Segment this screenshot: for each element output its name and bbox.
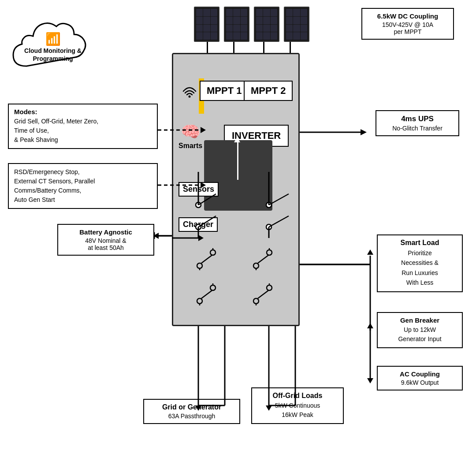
svg-line-16	[201, 290, 212, 298]
charger-label: Charger	[178, 217, 218, 232]
offgrid-title: Off-Grid Loads	[257, 392, 338, 400]
gen-breaker-box: Gen Breaker Up to 12kWGenerator Input	[377, 312, 463, 348]
solar-panel-1	[194, 7, 219, 42]
svg-point-20	[267, 285, 272, 290]
diagram-container: 📶 Cloud Monitoring & Programming 6.5kW D…	[0, 0, 476, 476]
sensors-label: Sensors	[178, 182, 219, 197]
mppt1-box: MPPT 1	[200, 81, 249, 101]
svg-point-5	[210, 250, 216, 255]
ac-coupling-box: AC Coupling 9.6kW Output	[377, 366, 463, 390]
solar-panel-3	[254, 7, 279, 42]
battery-title: Battery Agnostic	[63, 228, 148, 236]
switch-right-2	[252, 283, 274, 307]
svg-marker-49	[367, 378, 373, 383]
smarts-area: 🧠 Smarts	[178, 123, 202, 150]
mppt2-box: MPPT 2	[244, 81, 293, 101]
svg-point-15	[210, 285, 216, 290]
svg-marker-47	[367, 323, 373, 328]
modes-detail: Grid Sell, Off-Grid, Meter Zero,Time of …	[14, 117, 152, 145]
smart-load-title: Smart Load	[383, 239, 457, 247]
battery-detail: 48V Nominal &at least 50Ah	[63, 237, 148, 251]
solar-panels	[194, 7, 309, 42]
ups-detail: No-Glitch Transfer	[382, 125, 453, 132]
svg-line-6	[201, 255, 212, 263]
svg-line-21	[258, 290, 268, 298]
sensors-info-box: RSD/Emergenecy Stop,External CT Sensors,…	[8, 163, 158, 209]
battery-box: Battery Agnostic 48V Nominal &at least 5…	[57, 224, 154, 256]
ac-coupling-detail: 9.6kW Output	[383, 379, 457, 386]
svg-point-9	[253, 263, 259, 268]
svg-text:📶: 📶	[45, 32, 61, 46]
brain-icon: 🧠	[181, 123, 201, 141]
solar-panel-4	[284, 7, 309, 42]
grid-title: Grid or Generator	[149, 403, 234, 411]
grid-detail: 63A Passthrough	[149, 413, 234, 420]
svg-text:Cloud Monitoring &: Cloud Monitoring &	[24, 47, 82, 54]
dc-coupling-detail: 150V-425V @ 10Aper MPPT	[368, 21, 448, 35]
switch-left-2	[195, 283, 217, 307]
inverter-unit: MPPT 1 MPPT 2 INVERTER 🧠 Smarts Sensors …	[172, 53, 300, 326]
svg-point-4	[197, 263, 202, 268]
cloud-icon: 📶 Cloud Monitoring & Programming	[9, 9, 97, 79]
gen-breaker-detail: Up to 12kWGenerator Input	[383, 325, 457, 344]
modes-box: Modes: Grid Sell, Off-Grid, Meter Zero,T…	[8, 104, 158, 149]
ups-box: 4ms UPS No-Glitch Transfer	[376, 110, 459, 136]
smart-load-detail: PrioritizeNecessities &Run LuxuriesWith …	[383, 248, 457, 288]
gen-breaker-title: Gen Breaker	[383, 316, 457, 324]
modes-title: Modes:	[14, 108, 152, 115]
mppt2-label: MPPT 2	[251, 85, 286, 96]
svg-text:Programming: Programming	[33, 55, 73, 62]
switch-right-1	[252, 248, 274, 272]
svg-marker-45	[367, 249, 373, 255]
charger-area: Charger	[178, 217, 218, 232]
svg-point-19	[253, 298, 259, 304]
inverter-up-arrow	[237, 140, 238, 180]
svg-point-3	[189, 96, 191, 98]
offgrid-box: Off-Grid Loads 5kW Continuous16kW Peak	[251, 387, 344, 424]
svg-point-10	[267, 250, 272, 255]
smarts-label: Smarts	[178, 142, 202, 150]
grid-box: Grid or Generator 63A Passthrough	[143, 399, 240, 424]
ac-coupling-title: AC Coupling	[383, 370, 457, 378]
ups-title: 4ms UPS	[382, 115, 453, 123]
dc-coupling-box: 6.5kW DC Coupling 150V-425V @ 10Aper MPP…	[361, 8, 454, 40]
dc-coupling-title: 6.5kW DC Coupling	[368, 12, 448, 20]
smart-load-box: Smart Load PrioritizeNecessities &Run Lu…	[377, 234, 463, 292]
inverter-up-arrowhead	[234, 137, 240, 142]
solar-panel-2	[224, 7, 249, 42]
sensors-area: Sensors	[178, 182, 219, 197]
switch-left-1	[195, 248, 217, 272]
svg-point-14	[197, 298, 202, 304]
sensors-detail: RSD/Emergenecy Stop,External CT Sensors,…	[14, 167, 152, 205]
offgrid-detail: 5kW Continuous16kW Peak	[257, 401, 338, 420]
svg-marker-52	[361, 129, 367, 135]
mppt1-label: MPPT 1	[207, 85, 242, 96]
wifi-icon	[178, 81, 201, 103]
svg-line-11	[258, 255, 268, 263]
